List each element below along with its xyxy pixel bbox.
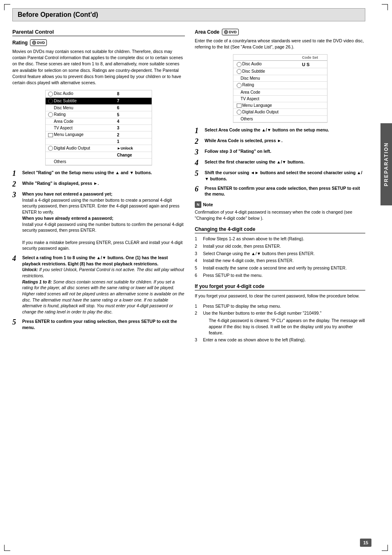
rating-menu-value: 5 bbox=[115, 111, 152, 118]
rating-body-text: Movies on DVDs may contain scenes not su… bbox=[12, 48, 185, 86]
menu-row-digital-audio: Digital Audio Output ►Unlock bbox=[46, 145, 152, 152]
menu-row-disc-audio: Disc Audio 8 bbox=[46, 90, 152, 97]
changing-step-6-text: Press SETUP to exit the menu. bbox=[203, 272, 263, 279]
right-step-3-number: 3 bbox=[195, 148, 202, 156]
right-step-6-number: 6 bbox=[195, 185, 202, 193]
menu-header: Code Set bbox=[233, 55, 327, 61]
right-step-3: 3 Follow step 3 of "Rating" on left. bbox=[195, 148, 365, 156]
corner-mark-tl bbox=[4, 4, 10, 10]
note-label: Note bbox=[203, 202, 213, 207]
changing-step-3-text: Select Change using the ▲/▼ buttons then… bbox=[203, 251, 315, 257]
side-tab-label: PREPARATION bbox=[383, 142, 389, 187]
r-menu-lang-icon bbox=[237, 104, 242, 108]
r-disc-subtitle-value bbox=[299, 68, 327, 75]
rating-menu-table: Disc Audio 8 Disc Subtitle 7 Disc Menu 6… bbox=[46, 90, 152, 165]
right-step-4: 4 Select the first character using the ▲… bbox=[195, 159, 365, 166]
parental-control-heading: Parental Control bbox=[12, 29, 185, 36]
changing-step-3-num: 3 bbox=[195, 251, 201, 257]
forget-step-3-num: 3 bbox=[195, 337, 201, 343]
r-area-code-label: Area Code bbox=[241, 90, 261, 94]
step-3-text: When you have not entered a password yet… bbox=[22, 191, 185, 251]
changing-step-2: 2 Install your old code, then press ENTE… bbox=[195, 243, 365, 249]
menu-row-disc-subtitle: Disc Subtitle 7 bbox=[46, 97, 152, 104]
step-3-number: 3 bbox=[12, 191, 20, 198]
step-4-text: Select a rating from 1 to 8 using the ▲/… bbox=[22, 255, 185, 315]
disc-audio-icon bbox=[48, 92, 53, 97]
left-column: Parental Control Rating DVD Movies on DV… bbox=[12, 29, 185, 346]
area-code-heading-label: Area Code bbox=[195, 29, 219, 35]
digital-audio-icon bbox=[48, 146, 53, 151]
r-disc-audio-icon bbox=[237, 62, 242, 67]
step-2-number: 2 bbox=[12, 180, 20, 188]
forget-step-2-text: Use the Number buttons to enter the 6-di… bbox=[203, 310, 321, 316]
tv-aspect-value: 3 bbox=[115, 125, 152, 131]
right-column: Area Code DVD Enter the code of a countr… bbox=[195, 29, 365, 346]
menu-row-others: Others bbox=[46, 159, 152, 165]
r-disc-menu-label: Disc Menu bbox=[241, 76, 260, 81]
right-menu-row-rating: Rating bbox=[233, 82, 327, 89]
right-menu-row-disc-audio: Disc Audio U S bbox=[233, 61, 327, 68]
area-dvd-badge-text: DVD bbox=[229, 30, 237, 34]
tv-aspect-label: TV Aspect bbox=[54, 126, 73, 130]
right-step-6: 6 Press ENTER to confirm your area code … bbox=[195, 185, 365, 197]
menu-lang-icon bbox=[48, 133, 53, 137]
area-code-body-text: Enter the code of a country/area whose s… bbox=[195, 38, 365, 50]
menu-lang-value: 2 bbox=[115, 131, 152, 138]
note-header: N Note bbox=[195, 201, 365, 208]
area-code-dvd-badge: DVD bbox=[222, 29, 239, 35]
changing-step-6: 6 Press SETUP to exit the menu. bbox=[195, 272, 365, 279]
changing-step-6-num: 6 bbox=[195, 272, 201, 279]
note-box: N Note Confirmation of your 4-digit pass… bbox=[195, 201, 365, 221]
change-label: Change bbox=[115, 152, 152, 159]
page-container: PREPARATION Before Operation (Cont'd) Pa… bbox=[0, 0, 392, 555]
right-step-5: 5 Shift the cursor using ◄► buttons and … bbox=[195, 170, 365, 182]
area-code-subheading: Area Code DVD bbox=[195, 29, 365, 35]
right-menu-row-digital-audio: Digital Audio Output bbox=[233, 108, 327, 115]
forget-step-1: 1 Press SETUP to display the setup menu. bbox=[195, 303, 365, 309]
right-step-2-text: While Area Code is selected, press ►. bbox=[205, 138, 365, 144]
forget-heading: If you forget your 4-digit code bbox=[195, 283, 365, 290]
disc-subtitle-icon bbox=[48, 99, 53, 104]
changing-steps-list: 1 Follow Steps 1-2 as shown above to the… bbox=[195, 236, 365, 278]
left-step-5: 5 Press ENTER to confirm your rating sel… bbox=[12, 318, 185, 330]
step-2-text: While "Rating" is displayed, press ►. bbox=[22, 180, 185, 187]
menu-row-disc-menu: Disc Menu 6 bbox=[46, 105, 152, 111]
right-menu-row-disc-subtitle: Disc Subtitle bbox=[233, 68, 327, 75]
forget-step-1-text: Press SETUP to display the setup menu. bbox=[203, 303, 281, 309]
page-title: Before Operation (Cont'd) bbox=[18, 11, 360, 18]
page-number: 15 bbox=[360, 539, 371, 547]
disc-subtitle-label: Disc Subtitle bbox=[54, 99, 77, 103]
menu-row-blank: 1 bbox=[46, 138, 152, 145]
disc-subtitle-value: 7 bbox=[115, 97, 152, 104]
r-disc-subtitle-icon bbox=[237, 69, 242, 74]
area-code-menu-label: Area Code bbox=[54, 119, 74, 124]
left-step-1: 1 Select "Rating" on the Setup menu usin… bbox=[12, 170, 185, 177]
changing-step-3: 3 Select Change using the ▲/▼ buttons th… bbox=[195, 251, 365, 257]
right-step-4-number: 4 bbox=[195, 159, 202, 166]
r-rating-icon bbox=[237, 83, 242, 88]
step-5-text: Press ENTER to confirm your rating selec… bbox=[22, 318, 185, 330]
corner-mark-br bbox=[382, 545, 388, 551]
right-menu-row-disc-menu: Disc Menu bbox=[233, 75, 327, 82]
right-menu-row-menu-lang: Menu Language bbox=[233, 102, 327, 108]
disc-menu-value: 6 bbox=[115, 105, 152, 111]
forget-step-2b: The 4-digit password is cleared. "P CLr"… bbox=[195, 318, 365, 336]
changing-code-heading: Changing the 4-digit code bbox=[195, 226, 365, 233]
menu-row-rating: Rating 5 bbox=[46, 111, 152, 118]
right-step-5-text: Shift the cursor using ◄► buttons and se… bbox=[205, 170, 365, 182]
changing-step-5-text: Install exactly the same code a second t… bbox=[203, 265, 347, 271]
area-dvd-disc-icon bbox=[224, 30, 228, 34]
right-step-1: 1 Select Area Code using the ▲/▼ buttons… bbox=[195, 127, 365, 134]
forget-step-2: 2 Use the Number buttons to enter the 6-… bbox=[195, 310, 365, 316]
changing-step-1-text: Follow Steps 1-2 as shown above to the l… bbox=[203, 236, 304, 242]
changing-step-5: 5 Install exactly the same code a second… bbox=[195, 265, 365, 271]
forget-body: If you forget your password, to clear th… bbox=[195, 293, 365, 299]
blank-value: 1 bbox=[115, 138, 152, 145]
rating-menu-mockup: Disc Audio 8 Disc Subtitle 7 Disc Menu 6… bbox=[45, 90, 152, 166]
right-menu-row-area-code: Area Code bbox=[233, 89, 327, 95]
r-disc-subtitle-label: Disc Subtitle bbox=[242, 69, 265, 74]
right-menu-row-others: Others bbox=[233, 116, 327, 122]
left-step-4: 4 Select a rating from 1 to 8 using the … bbox=[12, 255, 185, 315]
step-1-number: 1 bbox=[12, 170, 20, 177]
digital-audio-label: Digital Audio Output bbox=[54, 146, 90, 150]
